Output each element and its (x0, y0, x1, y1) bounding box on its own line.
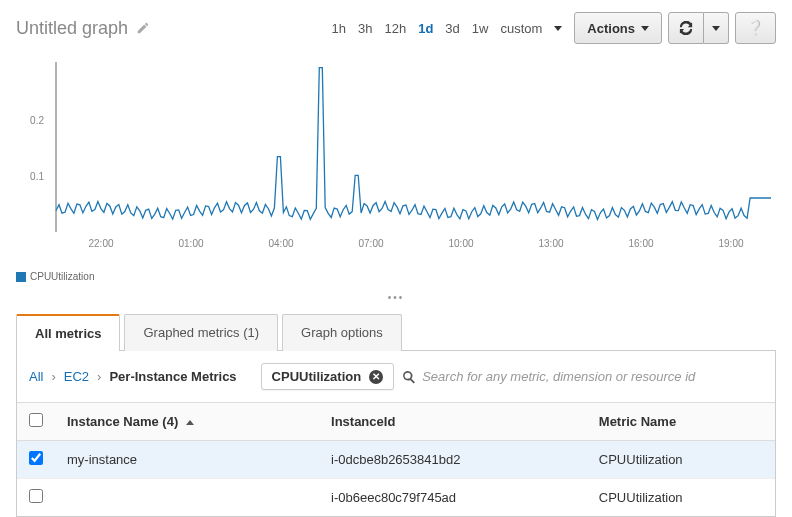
y-tick: 0.2 (30, 115, 44, 126)
range-3h[interactable]: 3h (358, 21, 372, 36)
chart-line (56, 68, 771, 220)
svg-text:07:00: 07:00 (358, 238, 383, 249)
tab-all-metrics[interactable]: All metrics (16, 314, 120, 351)
svg-text:22:00: 22:00 (88, 238, 113, 249)
time-range: 1h 3h 12h 1d 3d 1w custom (332, 21, 563, 36)
sort-asc-icon (186, 420, 194, 425)
chevron-right-icon: › (97, 369, 101, 384)
search-icon (402, 370, 416, 384)
cell-metric-name: CPUUtilization (587, 479, 775, 517)
metrics-panel: All › EC2 › Per-Instance Metrics CPUUtil… (16, 351, 776, 517)
row-checkbox[interactable] (29, 489, 43, 503)
search-input[interactable] (422, 369, 763, 384)
refresh-button[interactable] (668, 12, 704, 44)
legend-swatch (16, 272, 26, 282)
col-metric-name[interactable]: Metric Name (587, 403, 775, 441)
bc-group: Per-Instance Metrics (109, 369, 236, 384)
svg-text:16:00: 16:00 (628, 238, 653, 249)
svg-text:13:00: 13:00 (538, 238, 563, 249)
metrics-table: Instance Name (4) InstanceId Metric Name… (17, 402, 775, 516)
legend-label: CPUUtilization (30, 271, 94, 282)
cell-metric-name: CPUUtilization (587, 441, 775, 479)
col-instance-name[interactable]: Instance Name (4) (55, 403, 319, 441)
tab-graphed-metrics[interactable]: Graphed metrics (1) (124, 314, 278, 351)
breadcrumb: All › EC2 › Per-Instance Metrics CPUUtil… (17, 351, 775, 402)
range-3d[interactable]: 3d (445, 21, 459, 36)
page-title: Untitled graph (16, 18, 128, 39)
col-instance-id[interactable]: InstanceId (319, 403, 587, 441)
chart-legend: CPUUtilization (16, 271, 776, 282)
range-1w[interactable]: 1w (472, 21, 489, 36)
help-button[interactable]: ❔ (735, 12, 776, 44)
search (402, 369, 763, 384)
chart: 0.2 0.1 22:00 01:00 04:00 07:00 10:00 13… (16, 52, 776, 282)
cell-instance-name: my-instance (55, 441, 319, 479)
svg-text:19:00: 19:00 (718, 238, 743, 249)
drag-handle[interactable]: ••• (16, 286, 776, 313)
range-custom[interactable]: custom (500, 21, 542, 36)
chevron-right-icon: › (51, 369, 55, 384)
edit-icon[interactable] (136, 21, 150, 35)
svg-text:10:00: 10:00 (448, 238, 473, 249)
x-ticks: 22:00 01:00 04:00 07:00 10:00 13:00 16:0… (88, 238, 743, 249)
select-all-checkbox[interactable] (29, 413, 43, 427)
tab-bar: All metrics Graphed metrics (1) Graph op… (16, 313, 776, 351)
cell-instance-id: i-0dcbe8b2653841bd2 (319, 441, 587, 479)
table-row[interactable]: i-0b6eec80c79f745ad CPUUtilization (17, 479, 775, 517)
range-12h[interactable]: 12h (384, 21, 406, 36)
bc-ec2[interactable]: EC2 (64, 369, 89, 384)
help-icon: ❔ (746, 19, 765, 37)
cell-instance-name (55, 479, 319, 517)
range-1d[interactable]: 1d (418, 21, 433, 36)
refresh-options-button[interactable] (704, 12, 729, 44)
row-checkbox[interactable] (29, 451, 43, 465)
chevron-down-icon (712, 26, 720, 31)
chevron-down-icon[interactable] (554, 26, 562, 31)
actions-button[interactable]: Actions (574, 12, 662, 44)
tab-graph-options[interactable]: Graph options (282, 314, 402, 351)
svg-text:04:00: 04:00 (268, 238, 293, 249)
filter-pill: CPUUtilization ✕ (261, 363, 395, 390)
bc-all[interactable]: All (29, 369, 43, 384)
refresh-icon (679, 21, 693, 35)
svg-text:01:00: 01:00 (178, 238, 203, 249)
y-tick: 0.1 (30, 171, 44, 182)
close-icon[interactable]: ✕ (369, 370, 383, 384)
cell-instance-id: i-0b6eec80c79f745ad (319, 479, 587, 517)
actions-label: Actions (587, 21, 635, 36)
table-row[interactable]: my-instance i-0dcbe8b2653841bd2 CPUUtili… (17, 441, 775, 479)
chevron-down-icon (641, 26, 649, 31)
range-1h[interactable]: 1h (332, 21, 346, 36)
filter-pill-label: CPUUtilization (272, 369, 362, 384)
